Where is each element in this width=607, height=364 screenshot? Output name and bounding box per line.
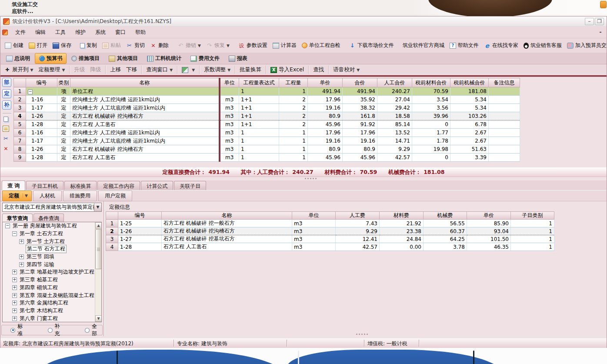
quota-row[interactable]: 11-25石方工程 机械破碎 挖一般石方m37.4321.9256.5585.9…	[106, 220, 554, 227]
budget-cell-cat[interactable]: 定	[57, 120, 70, 129]
budget-cell-labor[interactable]: 240.27	[377, 87, 412, 96]
quota-cell-mach[interactable]: 56.55	[424, 220, 467, 227]
quota-cell-num[interactable]: 1	[106, 220, 118, 227]
budget-cell-mach[interactable]: 5.34	[450, 104, 489, 112]
budget-row[interactable]: 1−项单位工程11491.94491.94240.2770.59181.08	[14, 87, 520, 96]
budget-cell-labor[interactable]: 85.14	[377, 120, 412, 129]
column-header-工程量[interactable]: 工程量	[279, 78, 308, 87]
column-header-名称[interactable]: 名称	[162, 212, 292, 220]
budget-cell-mach[interactable]: 5.34	[450, 96, 489, 104]
expand-icon[interactable]: +	[19, 254, 24, 259]
budget-row[interactable]: 71-17定挖沟槽土方 人工坑底挖槽 运距1km以内m31119.1619.16…	[14, 137, 520, 145]
budget-cell-qty[interactable]: 2	[279, 112, 308, 120]
budget-cell-total[interactable]: 491.94	[343, 87, 377, 96]
quota-cell-labor[interactable]: 42.57	[336, 243, 380, 251]
budget-cell-expr[interactable]: 1+1	[239, 104, 279, 112]
quota-cell-num[interactable]: 2	[106, 227, 118, 235]
query-tab-标准换算[interactable]: 标准换算	[64, 181, 97, 190]
menu-item-维护[interactable]: 维护	[70, 27, 90, 38]
delete-icon[interactable]	[3, 146, 9, 152]
budget-cell-total[interactable]: 91.92	[343, 120, 377, 129]
expand-icon[interactable]: +	[12, 285, 17, 290]
toolbar-button-单位工程自检[interactable]: 单位工程自检	[299, 40, 343, 50]
quota-cell-name[interactable]: 石方工程 机械破碎 挖基坑石方	[162, 235, 292, 243]
query-tab-查询[interactable]: 查 询	[2, 180, 25, 190]
doc-tab-措施项目[interactable]: 措施项目	[67, 53, 104, 64]
rail-button-部[interactable]: 部	[2, 78, 11, 87]
budget-cell-mach[interactable]: 51.63	[450, 145, 489, 154]
quota-cell-unit[interactable]: m3	[292, 220, 336, 227]
column-header-合价[interactable]: 合价	[343, 78, 377, 87]
budget-cell-labor[interactable]: 29.42	[377, 104, 412, 112]
quota-cell-mach[interactable]: 60.37	[424, 227, 467, 235]
budget-row[interactable]: 81-26定石方工程 机械破碎 挖沟槽石方m31180.980.99.2919.…	[14, 145, 520, 154]
budget-cell-name[interactable]: 挖沟槽土方 人工坑底挖槽 运距1km以内	[70, 137, 220, 145]
budget-cell-qty[interactable]: 1	[279, 129, 308, 137]
query-tab-定额工作内容[interactable]: 定额工作内容	[97, 181, 140, 190]
quota-library-combobox[interactable]: 北京市建设工程房屋建筑与装饰预算定额 ▼	[2, 203, 102, 212]
expand-icon[interactable]: +	[12, 301, 17, 305]
expand-icon[interactable]: +	[12, 316, 17, 321]
budget-cell-cat[interactable]: 定	[57, 112, 70, 120]
doc-tab-其他项目[interactable]: 其他项目	[104, 53, 142, 64]
column-header-人工费[interactable]: 人工费	[336, 212, 380, 220]
toolbar-button-复制[interactable]: 复制	[77, 40, 100, 50]
quota-cell-mat[interactable]: 24.84	[380, 235, 424, 243]
toolbar-button-创建[interactable]: 创建	[2, 40, 26, 50]
toolbar-button-加入预算员交流群[interactable]: 加入预算员交流群	[564, 40, 607, 50]
source-button-用户定额[interactable]: 用户定额	[98, 190, 132, 201]
budget-cell-unit[interactable]: m3	[220, 96, 239, 104]
budget-cell-expr[interactable]: 1	[239, 145, 279, 154]
menu-item-系统[interactable]: 系统	[90, 27, 110, 38]
budget-cell-note[interactable]	[489, 87, 520, 96]
toolbar-button-升级[interactable]: 升级	[71, 65, 87, 75]
budget-cell-note[interactable]	[489, 137, 520, 145]
mdi-minimize-button[interactable]: -	[596, 29, 605, 35]
column-header-编号[interactable]: 编号	[118, 212, 162, 220]
budget-cell-name[interactable]: 石方工程 机械破碎 挖沟槽石方	[70, 112, 220, 120]
quota-cell-name[interactable]: 石方工程 人工凿石	[162, 243, 292, 251]
desktop-corner-icon[interactable]	[600, 1, 607, 8]
doc-tab-总说明[interactable]: 总说明	[2, 53, 34, 64]
quota-cell-name[interactable]: 石方工程 机械破碎 挖沟槽石方	[162, 227, 292, 235]
budget-cell-cat[interactable]: 定	[57, 154, 70, 162]
budget-cell-qty[interactable]: 1	[279, 145, 308, 154]
desktop-shortcut-icon[interactable]: 筑业施工交 底软件...	[12, 1, 38, 15]
tree-item[interactable]: +第五章 混凝土及钢筋混凝土工程	[3, 291, 101, 299]
quota-cell-unit[interactable]: m3	[292, 243, 336, 251]
budget-cell-num[interactable]: 9	[14, 154, 26, 162]
budget-cell-unit[interactable]: m3	[220, 154, 239, 162]
combo-dropdown-icon[interactable]: ▼	[94, 203, 101, 211]
splitter-grip-bottom[interactable]	[356, 334, 368, 335]
budget-cell-name[interactable]: 挖沟槽土方 人工坑底挖槽 运距1km以内	[70, 104, 220, 112]
budget-cell-total[interactable]: 19.16	[343, 137, 377, 145]
budget-cell-total[interactable]: 38.32	[343, 104, 377, 112]
tree-item[interactable]: +第七章 木结构工程	[3, 307, 101, 315]
toolbar-button-导入Excel[interactable]: 导入Excel	[268, 65, 307, 75]
tree-item[interactable]: +第三节 回填	[3, 253, 101, 261]
budget-cell-name[interactable]: 石方工程 机械破碎 挖沟槽石方	[70, 145, 220, 154]
quota-cell-mach[interactable]: 64.25	[424, 235, 467, 243]
tree-item[interactable]: 第二节 石方工程	[3, 245, 101, 253]
budget-cell-price[interactable]: 80.9	[308, 145, 343, 154]
toolbar-button-参数设置[interactable]: 参数设置	[236, 40, 270, 50]
budget-cell-expr[interactable]: 1	[239, 154, 279, 162]
column-header-工程量表达式[interactable]: 工程量表达式	[239, 78, 279, 87]
tree-item[interactable]: −第一册 房屋建筑与装饰工程	[3, 222, 101, 230]
budget-cell-expr[interactable]: 1+1	[239, 96, 279, 104]
budget-cell-mat[interactable]: 3.56	[412, 104, 450, 112]
budget-cell-unit[interactable]: m3	[220, 137, 239, 145]
toolbar-button-定额整理[interactable]: 定额整理▼	[36, 65, 67, 75]
budget-cell-expr[interactable]: 1+1	[239, 112, 279, 120]
quota-cell-code[interactable]: 1-25	[118, 220, 162, 227]
budget-cell-labor[interactable]: 9.29	[377, 145, 412, 154]
budget-cell-mat[interactable]: 0	[412, 120, 450, 129]
budget-cell-price[interactable]: 45.96	[308, 154, 343, 162]
budget-cell-total[interactable]: 17.96	[343, 129, 377, 137]
tree-scrollbar[interactable]: ▲ ▼	[95, 222, 101, 322]
tree-item[interactable]: +第一节 土方工程	[3, 237, 101, 245]
budget-cell-expr[interactable]: 1	[239, 129, 279, 137]
budget-cell-cat[interactable]: 项	[57, 87, 70, 96]
toolbar-button-下移[interactable]: 下移	[123, 65, 140, 75]
budget-cell-code[interactable]: 1-28	[26, 154, 57, 162]
